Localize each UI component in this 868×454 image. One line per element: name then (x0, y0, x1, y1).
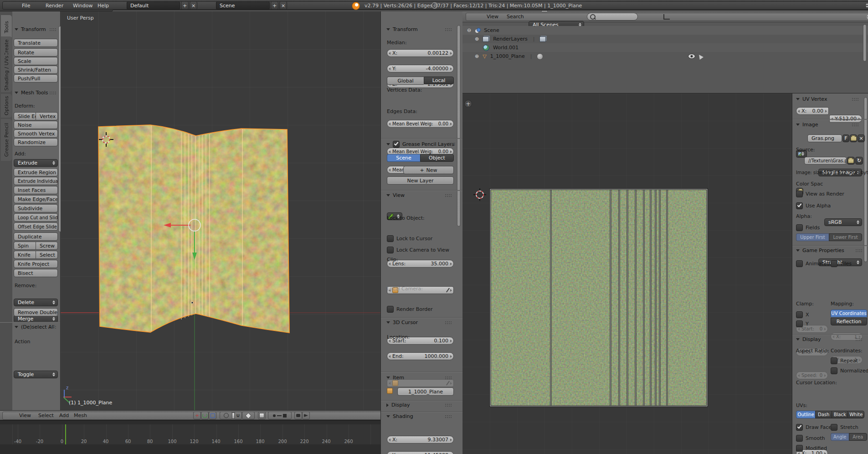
clamp-x-checkbox[interactable] (796, 311, 803, 318)
add-layout-button[interactable]: + (181, 1, 189, 10)
translate-button[interactable]: Translate (14, 39, 58, 47)
grease-pencil-checkbox[interactable] (393, 141, 400, 148)
add-scene-button[interactable]: + (271, 1, 278, 10)
uv-coordinates-button[interactable]: UV Coordinates (831, 310, 867, 317)
open-path-button[interactable] (847, 157, 855, 165)
screen-layout-field[interactable]: Default (127, 1, 180, 10)
panel-image[interactable]: Image (796, 122, 818, 128)
lock-to-cursor-row[interactable]: Lock to Cursor (387, 235, 432, 242)
image-path-field[interactable]: //Texturen\Gras.png (804, 157, 847, 165)
render-border-row[interactable]: Render Border (387, 306, 433, 313)
rotate-button[interactable]: Rotate (14, 48, 58, 57)
smooth-vertex-button[interactable]: Smooth Vertex (14, 129, 58, 138)
uv-canvas[interactable] (462, 93, 792, 454)
expand-toolshelf-button[interactable]: + (464, 100, 472, 108)
spin-button[interactable]: Spin (14, 242, 36, 250)
tab-shading-uvs[interactable]: Shading / UVs (1, 55, 12, 92)
viewport-3d[interactable]: z User Persp (1) 1_1000_Plane (61, 11, 380, 410)
angle-button[interactable]: Angle (831, 433, 849, 441)
panel-grip-icon[interactable] (445, 376, 452, 379)
panel-transform-n[interactable]: Transform (386, 26, 418, 32)
cursor-2d-icon[interactable] (473, 188, 486, 201)
panel-3d-cursor[interactable]: 3D Cursor (386, 320, 418, 325)
menu-window[interactable]: Window (73, 3, 92, 9)
loop-cut-slide-button[interactable]: Loop Cut and Slide (14, 213, 58, 222)
normalized-row[interactable]: Normalized (831, 367, 868, 374)
extrude-individual-button[interactable]: Extrude Individual (14, 177, 58, 185)
expand-icon[interactable]: ⊕ (475, 36, 479, 41)
shrink-fatten-button[interactable]: Shrink/Fatten (14, 66, 58, 74)
slide-edge-button[interactable]: Slide Ed (14, 112, 36, 120)
inset-faces-button[interactable]: Inset Faces (14, 186, 58, 194)
tiles-row[interactable]: Tiles (831, 260, 852, 267)
mean-bevel-weight-field[interactable]: Mean Bevel Weig:0.00 (387, 120, 454, 128)
subdivide-button[interactable]: Subdivide (14, 204, 58, 212)
snap-element-dropdown[interactable] (242, 412, 255, 419)
outliner-row-renderlayers[interactable]: ⊕ RenderLayers | (462, 35, 868, 43)
panel-grip-icon[interactable] (49, 325, 56, 329)
view-as-render-row[interactable]: View as Render (796, 191, 844, 197)
render-opengl-anim-button[interactable] (302, 412, 310, 419)
clamp-y-checkbox[interactable] (796, 320, 803, 327)
panel-grip-icon[interactable] (852, 123, 858, 126)
menu-help[interactable]: Help (98, 3, 109, 9)
render-border-checkbox[interactable] (387, 306, 394, 313)
manipulator-translate-toggle[interactable]: + (193, 412, 201, 419)
lock-camera-row[interactable]: Lock Camera to View (387, 247, 449, 253)
smooth-checkbox[interactable] (796, 435, 803, 442)
panel-item[interactable]: Item (386, 375, 404, 381)
gp-new-button[interactable]: +New (403, 166, 454, 174)
editor-type-outliner-button[interactable] (466, 13, 868, 21)
uv-vertex-x-field[interactable]: X:0.00 (796, 107, 829, 115)
randomize-button[interactable]: Randomize (14, 138, 58, 146)
median-y-field[interactable]: Y:-4.00000 (387, 65, 454, 72)
item-name-field[interactable]: 1_1000_Plane (397, 387, 454, 396)
tab-options[interactable]: Options (1, 94, 12, 118)
eye-icon[interactable] (688, 54, 695, 59)
viewport-canvas[interactable]: z (61, 11, 380, 410)
outliner-row-world[interactable]: World.001 (462, 43, 868, 52)
make-edge-face-button[interactable]: Make Edge/Face (14, 195, 58, 203)
panel-uv-display[interactable]: Display (796, 336, 821, 342)
current-frame-playhead[interactable] (65, 424, 66, 444)
lower-first-button[interactable]: Lower First (829, 233, 862, 241)
modified-row[interactable]: Modified (796, 445, 827, 452)
unlink-image-button[interactable]: × (858, 134, 865, 142)
outliner-menu-search[interactable]: Search (507, 14, 524, 20)
modified-checkbox[interactable] (796, 445, 803, 452)
image-name-field[interactable]: Gras.png (807, 134, 842, 142)
outliner-row-plane[interactable]: ⊕ ▽ 1_1000_Plane | (462, 52, 868, 61)
proportional-edit-dropdown[interactable] (220, 412, 232, 419)
local-button[interactable]: Local (424, 77, 454, 84)
panel-mesh-tools[interactable]: Mesh Tools (15, 90, 48, 96)
menu-mesh[interactable]: Mesh (74, 413, 87, 418)
push-pull-button[interactable]: Push/Pull (14, 74, 58, 83)
fake-user-button[interactable]: F (842, 134, 849, 142)
panel-game-properties[interactable]: Game Properties (796, 248, 844, 253)
panel-grip-icon[interactable] (852, 98, 858, 101)
panel-display[interactable]: Display (386, 402, 410, 408)
panel-grease-pencil[interactable]: Grease Pencil Layers (386, 141, 454, 148)
stretch-row[interactable]: Stretch (831, 424, 858, 431)
menu-select[interactable]: Select (38, 413, 54, 418)
cursor-y-field[interactable]: Y:-11.45388 (387, 451, 454, 454)
outliner-row-scene[interactable]: ⊖ Scene (462, 26, 868, 35)
panel-grip-icon[interactable] (445, 321, 452, 324)
bisect-button[interactable]: Bisect (14, 269, 58, 277)
panel-grip-icon[interactable] (445, 28, 452, 31)
extrude-dropdown[interactable]: Extrude (14, 159, 58, 167)
panel-grip-icon[interactable] (445, 415, 452, 418)
panel-grip-icon[interactable] (445, 194, 452, 197)
eyedropper-icon[interactable] (446, 288, 450, 292)
extrude-region-button[interactable]: Extrude Region (14, 168, 58, 176)
menu-add[interactable]: Add (59, 413, 69, 418)
npanel-scrollbar[interactable] (457, 25, 461, 227)
gp-new-layer-button[interactable]: New Layer (387, 176, 454, 185)
repeat-row[interactable]: Repeat (831, 357, 858, 364)
tiles-checkbox[interactable] (831, 260, 837, 267)
cursor-select-icon[interactable] (697, 53, 704, 60)
cursor-x-field[interactable]: X:9.33007 (387, 436, 454, 444)
repeat-checkbox[interactable] (831, 357, 837, 364)
area-button[interactable]: Area (849, 433, 868, 441)
dash-button[interactable]: Dash (815, 411, 832, 418)
